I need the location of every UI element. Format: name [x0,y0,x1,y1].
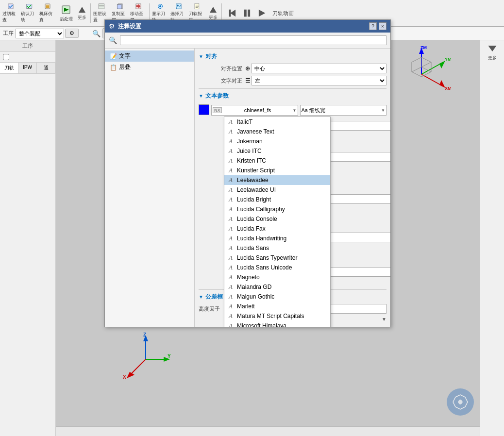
text-params-arrow-icon: ▼ [199,93,203,99]
tree-item-wenzi[interactable]: 📝 文字 [105,50,194,62]
svg-rect-1 [26,4,32,9]
font-item-jokerman[interactable]: A Jokerman [224,136,330,146]
line-spacing-input[interactable] [323,233,390,242]
assembly-label: 工序 [22,42,33,50]
dialog-search-bar: 🔍 [105,33,390,49]
font-item-lucida-sans-typewriter[interactable]: A Lucida Sans Typewriter [224,253,330,263]
tree-icon-cengdie: 📋 [110,64,117,71]
more-button-1[interactable]: 更多 [76,5,88,22]
status-bar [56,426,480,436]
font-icon: A [227,128,234,135]
playback-label: 刀轨动画 [272,10,294,17]
sep-1 [90,3,91,23]
tolerance-arrow-icon: ▼ [199,294,203,300]
axes-3d-display: ZM YM XM [392,45,451,105]
font-item-leelawadee[interactable]: A Leelawadee [224,175,330,185]
tab-tong[interactable]: 通 [37,63,55,73]
font-item-ms-himalaya[interactable]: A Microsoft Himalaya [224,321,330,327]
font-icon: A [227,264,234,271]
font-icon: A [227,176,234,184]
font-item-javanese[interactable]: A Javanese Text [224,127,330,136]
font-item-lucida-handwriting[interactable]: A Lucida Handwriting [224,234,330,243]
font-selector-row: NX chinesef_fs ▼ Aa 细线宽 ▼ [211,105,386,116]
machine-sim-button[interactable]: 机床仿真 [39,2,56,24]
font-item-juice-itc[interactable]: A Juice ITC [224,146,330,156]
font-item-maiandra[interactable]: A Maiandra GD [224,282,330,292]
config-button[interactable]: ⚙ [65,29,79,38]
font-list-dropdown[interactable]: A ItalicT A Javanese Text A Jokerman [224,117,331,327]
font-item-lucida-bright[interactable]: A Lucida Bright [224,195,330,204]
font-item-marlett[interactable]: A Marlett [224,302,330,311]
width-height-ratio-input[interactable] [323,194,390,204]
font-item-magneto[interactable]: A Magneto [224,272,330,282]
svg-marker-26 [259,10,265,17]
tree-icon-wenzi: 📝 [110,53,117,60]
text-params-section-header: ▼ 文本参数 [199,92,386,100]
svg-rect-7 [99,4,104,9]
dialog-title-right: ? × [369,22,386,30]
svg-text:Y: Y [168,353,171,359]
char-spacing-input[interactable] [323,152,390,162]
assembly-dropdown[interactable]: 整个装配 [16,29,64,38]
font-icon: A [227,137,234,145]
font-item-matura[interactable]: A Matura MT Script Capitals [224,311,330,321]
font-item-kunstler[interactable]: A Kunstler Script [224,166,330,175]
tab-daogui[interactable]: 刀轨 [0,63,18,73]
font-list-scroll[interactable]: A ItalicT A Javanese Text A Jokerman [224,117,330,327]
font-icon: A [227,215,234,223]
svg-line-36 [421,62,431,67]
search-input[interactable] [120,35,386,45]
scroll-down-icon[interactable]: ▼ [382,317,386,322]
replay-button[interactable]: 后处理 [57,2,75,24]
font-item-kristen[interactable]: A Kristen ITC [224,156,330,166]
height-input[interactable] [323,121,390,131]
right-panel: 更多 [480,40,504,436]
right-more-button[interactable]: 更多 [483,42,502,62]
font-item-italic-t[interactable]: A ItalicT [224,117,330,127]
font-icon: A [227,302,234,310]
close-button[interactable]: × [379,22,386,30]
font-icon: A [227,205,234,213]
font-size-dropdown[interactable]: Aa 细线宽 ▼ [300,105,387,116]
text-angle-input[interactable] [323,267,390,277]
font-icon: A [227,147,234,155]
font-item-lucida-sans-unicode[interactable]: A Lucida Sans Unicode [224,263,330,272]
font-name-dropdown[interactable]: NX chinesef_fs ▼ [211,105,298,116]
svg-rect-11 [117,4,121,9]
svg-rect-24 [244,10,247,17]
alignment-position-select[interactable]: 中心 [251,64,386,73]
svg-rect-25 [248,10,250,17]
viewport-axes: Z Y X [119,333,172,387]
confirm-button[interactable]: 确认刀轨 [20,2,38,24]
dialog-title-left: ⚙ 注释设置 [109,22,141,31]
divider-1 [199,88,386,89]
align-center-icon: ⊕ [245,65,250,72]
font-icon: A [227,322,234,327]
font-icon: A [227,244,234,252]
font-item-malgun[interactable]: A Malgun Gothic [224,292,330,302]
font-item-lucida-fax[interactable]: A Lucida Fax [224,224,330,234]
tree-item-cengdie[interactable]: 📋 层叠 [105,62,194,73]
svg-marker-22 [230,10,235,17]
dialog-body: 📝 文字 📋 层叠 ▼ 对齐 对齐位置 ⊕ [105,49,390,327]
help-button[interactable]: ? [369,22,377,30]
show-checkbox[interactable] [3,54,9,60]
logo-watermark [446,387,475,417]
text-justify-select[interactable]: 左 [252,76,386,85]
text-justify-row: 文字对正 ☰ 左 [199,76,386,85]
font-item-leelawadee-ui[interactable]: A Leelawadee UI [224,185,330,195]
dialog-title-icon: ⚙ [109,22,115,30]
tab-ipw[interactable]: IPW [18,63,37,73]
check-over-button[interactable]: 过切检查 [2,2,19,24]
binoculars-icon: 🔍 [92,30,101,37]
font-item-lucida-sans[interactable]: A Lucida Sans [224,243,330,253]
font-icon: A [227,293,234,301]
font-icon: A [227,254,234,262]
svg-text:XM: XM [445,86,451,91]
font-color-swatch[interactable] [199,104,209,115]
dialog-title-bar: ⚙ 注释设置 ? × [105,20,390,33]
annotation-settings-dialog[interactable]: ⚙ 注释设置 ? × 🔍 📝 文字 📋 层叠 [104,19,391,327]
font-icon: A [227,186,234,194]
font-item-lucida-console[interactable]: A Lucida Console [224,214,330,224]
font-item-lucida-calligraphy[interactable]: A Lucida Calligraphy [224,204,330,214]
